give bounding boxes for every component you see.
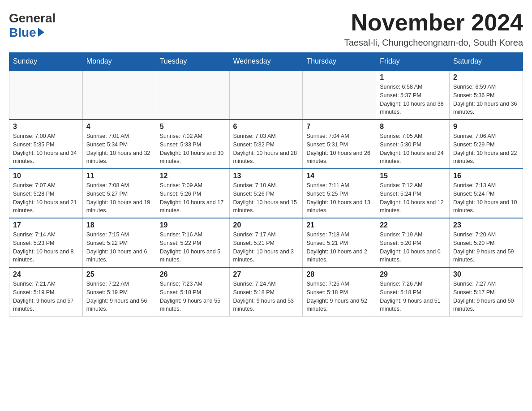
calendar-cell: 5Sunrise: 7:02 AMSunset: 5:33 PMDaylight… [156, 120, 229, 169]
calendar-header-monday: Monday [82, 53, 156, 71]
calendar-cell: 23Sunrise: 7:20 AMSunset: 5:20 PMDayligh… [450, 218, 523, 267]
calendar-cell: 3Sunrise: 7:00 AMSunset: 5:35 PMDaylight… [9, 120, 83, 169]
day-info: Sunrise: 7:19 AMSunset: 5:20 PMDaylight:… [380, 231, 446, 264]
calendar-cell: 27Sunrise: 7:24 AMSunset: 5:18 PMDayligh… [229, 267, 303, 317]
calendar-cell: 24Sunrise: 7:21 AMSunset: 5:19 PMDayligh… [9, 267, 83, 317]
day-info: Sunrise: 7:22 AMSunset: 5:19 PMDaylight:… [86, 280, 152, 313]
calendar-week-2: 3Sunrise: 7:00 AMSunset: 5:35 PMDaylight… [9, 120, 523, 169]
calendar-cell [156, 70, 229, 120]
day-info: Sunrise: 7:03 AMSunset: 5:32 PMDaylight:… [233, 132, 299, 166]
day-number: 23 [453, 221, 519, 229]
calendar-week-3: 10Sunrise: 7:07 AMSunset: 5:28 PMDayligh… [9, 169, 523, 218]
day-info: Sunrise: 7:12 AMSunset: 5:24 PMDaylight:… [380, 181, 446, 215]
title-area: November 2024 Taesal-li, Chungcheongnam-… [344, 9, 523, 48]
day-number: 6 [233, 123, 299, 131]
day-number: 1 [380, 73, 446, 81]
calendar-header-thursday: Thursday [303, 53, 376, 71]
day-info: Sunrise: 7:10 AMSunset: 5:26 PMDaylight:… [233, 181, 299, 215]
calendar-cell: 19Sunrise: 7:16 AMSunset: 5:22 PMDayligh… [156, 218, 229, 267]
calendar-week-1: 1Sunrise: 6:58 AMSunset: 5:37 PMDaylight… [9, 70, 523, 120]
calendar-body: 1Sunrise: 6:58 AMSunset: 5:37 PMDaylight… [9, 70, 523, 317]
day-number: 26 [160, 270, 226, 278]
day-number: 24 [13, 270, 79, 278]
calendar-cell: 1Sunrise: 6:58 AMSunset: 5:37 PMDaylight… [376, 70, 450, 120]
day-number: 22 [380, 221, 446, 229]
day-info: Sunrise: 7:17 AMSunset: 5:21 PMDaylight:… [233, 231, 299, 264]
calendar-cell: 9Sunrise: 7:06 AMSunset: 5:29 PMDaylight… [450, 120, 523, 169]
day-info: Sunrise: 7:23 AMSunset: 5:18 PMDaylight:… [160, 280, 226, 313]
calendar-cell [9, 70, 83, 120]
calendar-cell: 12Sunrise: 7:09 AMSunset: 5:26 PMDayligh… [156, 169, 229, 218]
logo: General Blue [9, 9, 56, 40]
calendar-header-tuesday: Tuesday [156, 53, 229, 71]
day-number: 25 [86, 270, 152, 278]
calendar-header-friday: Friday [376, 53, 450, 71]
day-info: Sunrise: 7:14 AMSunset: 5:23 PMDaylight:… [13, 231, 79, 264]
day-info: Sunrise: 6:58 AMSunset: 5:37 PMDaylight:… [380, 83, 446, 116]
day-number: 11 [86, 172, 152, 180]
calendar-cell [303, 70, 376, 120]
day-number: 2 [453, 73, 519, 81]
day-number: 4 [86, 123, 152, 131]
day-info: Sunrise: 7:25 AMSunset: 5:18 PMDaylight:… [306, 280, 372, 313]
day-info: Sunrise: 7:06 AMSunset: 5:29 PMDaylight:… [453, 132, 519, 166]
day-number: 12 [160, 172, 226, 180]
calendar-week-5: 24Sunrise: 7:21 AMSunset: 5:19 PMDayligh… [9, 267, 523, 317]
calendar-cell: 11Sunrise: 7:08 AMSunset: 5:27 PMDayligh… [82, 169, 156, 218]
logo-arrow-icon [38, 28, 44, 37]
day-info: Sunrise: 7:16 AMSunset: 5:22 PMDaylight:… [160, 231, 226, 264]
day-info: Sunrise: 6:59 AMSunset: 5:36 PMDaylight:… [453, 83, 519, 116]
day-info: Sunrise: 7:05 AMSunset: 5:30 PMDaylight:… [380, 132, 446, 166]
day-number: 17 [13, 221, 79, 229]
calendar-cell: 29Sunrise: 7:26 AMSunset: 5:18 PMDayligh… [376, 267, 450, 317]
calendar-cell: 21Sunrise: 7:18 AMSunset: 5:21 PMDayligh… [303, 218, 376, 267]
day-info: Sunrise: 7:27 AMSunset: 5:17 PMDaylight:… [453, 280, 519, 313]
day-info: Sunrise: 7:02 AMSunset: 5:33 PMDaylight:… [160, 132, 226, 166]
day-info: Sunrise: 7:18 AMSunset: 5:21 PMDaylight:… [306, 231, 372, 264]
day-number: 18 [86, 221, 152, 229]
calendar-cell: 28Sunrise: 7:25 AMSunset: 5:18 PMDayligh… [303, 267, 376, 317]
day-number: 19 [160, 221, 226, 229]
day-info: Sunrise: 7:15 AMSunset: 5:22 PMDaylight:… [86, 231, 152, 264]
calendar-cell: 30Sunrise: 7:27 AMSunset: 5:17 PMDayligh… [450, 267, 523, 317]
location-title: Taesal-li, Chungcheongnam-do, South Kore… [344, 38, 523, 48]
calendar-cell: 6Sunrise: 7:03 AMSunset: 5:32 PMDaylight… [229, 120, 303, 169]
day-number: 16 [453, 172, 519, 180]
calendar-cell: 20Sunrise: 7:17 AMSunset: 5:21 PMDayligh… [229, 218, 303, 267]
day-number: 10 [13, 172, 79, 180]
calendar-cell: 22Sunrise: 7:19 AMSunset: 5:20 PMDayligh… [376, 218, 450, 267]
calendar-cell [82, 70, 156, 120]
calendar-cell: 17Sunrise: 7:14 AMSunset: 5:23 PMDayligh… [9, 218, 83, 267]
day-info: Sunrise: 7:26 AMSunset: 5:18 PMDaylight:… [380, 280, 446, 313]
calendar-cell: 15Sunrise: 7:12 AMSunset: 5:24 PMDayligh… [376, 169, 450, 218]
day-info: Sunrise: 7:09 AMSunset: 5:26 PMDaylight:… [160, 181, 226, 215]
month-title: November 2024 [344, 9, 523, 36]
calendar-cell: 16Sunrise: 7:13 AMSunset: 5:24 PMDayligh… [450, 169, 523, 218]
logo-general-text: General [9, 11, 56, 26]
day-number: 14 [306, 172, 372, 180]
calendar-cell: 10Sunrise: 7:07 AMSunset: 5:28 PMDayligh… [9, 169, 83, 218]
day-number: 27 [233, 270, 299, 278]
day-info: Sunrise: 7:24 AMSunset: 5:18 PMDaylight:… [233, 280, 299, 313]
calendar-cell [229, 70, 303, 120]
calendar-cell: 7Sunrise: 7:04 AMSunset: 5:31 PMDaylight… [303, 120, 376, 169]
day-info: Sunrise: 7:04 AMSunset: 5:31 PMDaylight:… [306, 132, 372, 166]
calendar-cell: 13Sunrise: 7:10 AMSunset: 5:26 PMDayligh… [229, 169, 303, 218]
day-number: 3 [13, 123, 79, 131]
calendar: SundayMondayTuesdayWednesdayThursdayFrid… [9, 52, 523, 317]
day-info: Sunrise: 7:00 AMSunset: 5:35 PMDaylight:… [13, 132, 79, 166]
day-info: Sunrise: 7:01 AMSunset: 5:34 PMDaylight:… [86, 132, 152, 166]
calendar-cell: 8Sunrise: 7:05 AMSunset: 5:30 PMDaylight… [376, 120, 450, 169]
day-number: 13 [233, 172, 299, 180]
day-number: 30 [453, 270, 519, 278]
day-info: Sunrise: 7:21 AMSunset: 5:19 PMDaylight:… [13, 280, 79, 313]
header: General Blue November 2024 Taesal-li, Ch… [9, 9, 523, 48]
day-info: Sunrise: 7:20 AMSunset: 5:20 PMDaylight:… [453, 231, 519, 264]
calendar-cell: 14Sunrise: 7:11 AMSunset: 5:25 PMDayligh… [303, 169, 376, 218]
day-number: 28 [306, 270, 372, 278]
day-number: 21 [306, 221, 372, 229]
day-info: Sunrise: 7:11 AMSunset: 5:25 PMDaylight:… [306, 181, 372, 215]
calendar-week-4: 17Sunrise: 7:14 AMSunset: 5:23 PMDayligh… [9, 218, 523, 267]
day-number: 15 [380, 172, 446, 180]
calendar-cell: 26Sunrise: 7:23 AMSunset: 5:18 PMDayligh… [156, 267, 229, 317]
